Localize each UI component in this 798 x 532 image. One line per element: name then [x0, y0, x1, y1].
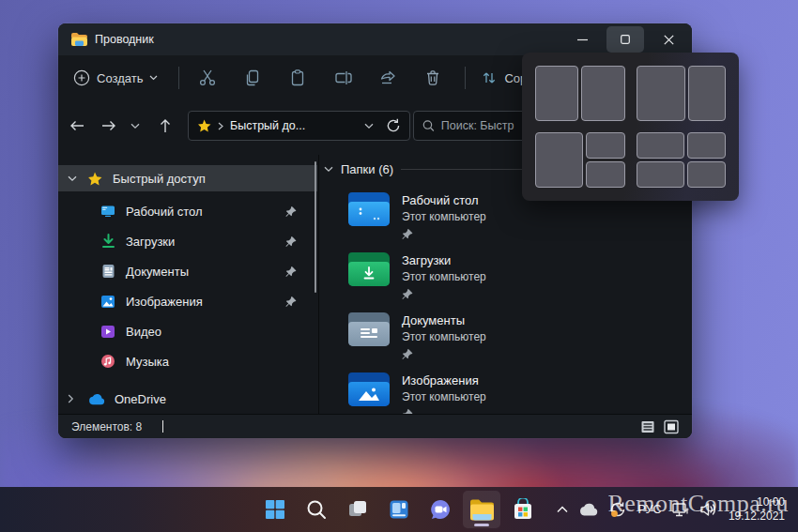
expand-chevron-icon[interactable]: [68, 175, 79, 182]
taskbar-center-icons: [256, 487, 542, 532]
chat-icon: [429, 498, 453, 521]
folder-location: Этот компьютер: [402, 330, 486, 343]
maximize-button[interactable]: [604, 23, 647, 55]
sidebar-item-videos[interactable]: Видео: [58, 317, 317, 345]
details-view-button[interactable]: [638, 418, 657, 436]
store-button[interactable]: [504, 491, 542, 528]
address-dropdown-icon[interactable]: [364, 123, 374, 129]
snap-zone[interactable]: [637, 161, 684, 188]
pane-divider: [318, 155, 319, 414]
sidebar-item-quick-access[interactable]: Быстрый доступ: [58, 165, 317, 191]
onedrive-cloud-icon: [578, 503, 599, 516]
chat-button[interactable]: [422, 491, 459, 528]
downloads-folder-icon: [348, 252, 390, 286]
onedrive-tray-button[interactable]: [575, 491, 603, 528]
pictures-icon: [100, 293, 116, 310]
snap-zone[interactable]: [687, 161, 726, 188]
snap-zone[interactable]: [535, 66, 578, 121]
paste-button[interactable]: [281, 61, 315, 95]
arrow-up-icon: [159, 118, 172, 133]
group-header-label: Папки (6): [341, 162, 393, 176]
window-controls: [560, 23, 690, 55]
folder-name: Загрузки: [402, 253, 486, 267]
snap-zone[interactable]: [581, 66, 624, 121]
breadcrumb[interactable]: Быстрый до...: [230, 119, 305, 132]
address-bar[interactable]: Быстрый до...: [188, 111, 410, 141]
folder-name: Изображения: [402, 373, 486, 388]
snap-zone[interactable]: [637, 66, 686, 121]
sidebar-item-onedrive[interactable]: OneDrive: [58, 385, 317, 413]
status-bar: Элементов: 8: [58, 414, 692, 438]
folder-item-pictures[interactable]: Изображения Этот компьютер: [348, 372, 684, 414]
documents-folder-icon: [348, 312, 390, 346]
folder-item-documents[interactable]: Документы Этот компьютер: [348, 312, 684, 371]
rename-button[interactable]: [326, 61, 360, 95]
hidden-icons-button[interactable]: [550, 491, 575, 528]
delete-button[interactable]: [416, 61, 450, 95]
trash-icon: [423, 68, 442, 87]
sidebar-item-label: Загрузки: [126, 235, 175, 249]
snap-zone[interactable]: [637, 132, 684, 159]
chevron-down-icon: [130, 123, 140, 129]
sidebar-item-music[interactable]: Музыка: [58, 347, 317, 375]
sidebar-item-desktop[interactable]: Рабочий стол: [58, 197, 317, 225]
sidebar-item-downloads[interactable]: Загрузки: [58, 227, 317, 255]
breadcrumb-chevron-icon: [218, 122, 223, 130]
snap-zone[interactable]: [688, 66, 726, 121]
up-button[interactable]: [152, 113, 178, 139]
new-button-label: Создать: [97, 71, 143, 85]
group-collapse-chevron-icon[interactable]: [324, 166, 333, 173]
chevron-down-icon: [149, 75, 158, 81]
sidebar-item-label: Рабочий стол: [126, 205, 203, 219]
share-button[interactable]: [371, 61, 405, 95]
recent-locations-button[interactable]: [122, 113, 148, 139]
sidebar-item-label: Видео: [126, 325, 161, 339]
widgets-button[interactable]: [380, 491, 418, 528]
search-icon: [306, 499, 327, 520]
folder-item-desktop[interactable]: Рабочий стол Этот компьютер: [348, 192, 684, 251]
sidebar-item-label: Изображения: [126, 295, 203, 309]
folder-item-downloads[interactable]: Загрузки Этот компьютер: [348, 252, 684, 311]
snap-zone[interactable]: [535, 132, 583, 188]
cut-icon: [198, 68, 217, 87]
sidebar-scrollbar[interactable]: [315, 161, 316, 293]
pin-icon: [402, 287, 486, 304]
forward-button[interactable]: [96, 113, 122, 139]
snap-layout-left-full-right-stacked[interactable]: [535, 132, 625, 188]
watermark: RemontCompa.ru: [607, 490, 789, 518]
sidebar-item-documents[interactable]: Документы: [58, 257, 317, 285]
minimize-button[interactable]: [560, 23, 604, 55]
file-explorer-button[interactable]: [463, 491, 500, 528]
pin-icon: [402, 407, 486, 414]
large-icons-view-button[interactable]: [662, 418, 681, 436]
onedrive-cloud-icon: [88, 390, 105, 407]
status-divider: [162, 420, 163, 433]
snap-zone[interactable]: [586, 132, 624, 159]
arrow-left-icon: [69, 119, 84, 132]
close-button[interactable]: [647, 23, 690, 55]
snap-layout-two-columns-equal[interactable]: [535, 66, 625, 121]
task-view-icon: [346, 498, 369, 521]
start-button[interactable]: [256, 491, 294, 528]
pin-icon: [285, 265, 297, 281]
sidebar-item-pictures[interactable]: Изображения: [58, 287, 317, 315]
back-button[interactable]: [64, 113, 90, 139]
copy-button[interactable]: [236, 61, 269, 95]
titlebar: Проводник: [58, 23, 692, 55]
cut-button[interactable]: [191, 61, 224, 95]
snap-zone[interactable]: [586, 161, 624, 188]
quick-access-star-icon: [86, 170, 103, 187]
snap-layout-quad-grid[interactable]: [637, 132, 727, 188]
windows-logo-icon: [264, 498, 286, 521]
taskbar-search-button[interactable]: [298, 491, 335, 528]
task-view-button[interactable]: [339, 491, 376, 528]
maximize-icon: [621, 35, 630, 44]
pin-icon: [402, 227, 486, 244]
downloads-icon: [100, 233, 116, 250]
new-button[interactable]: Создать: [73, 69, 158, 86]
snap-layout-two-columns-wide-left[interactable]: [637, 66, 727, 121]
snap-layouts-flyout: [522, 53, 739, 201]
refresh-icon[interactable]: [386, 118, 401, 133]
snap-zone[interactable]: [687, 132, 726, 159]
collapse-chevron-icon[interactable]: [68, 394, 79, 403]
